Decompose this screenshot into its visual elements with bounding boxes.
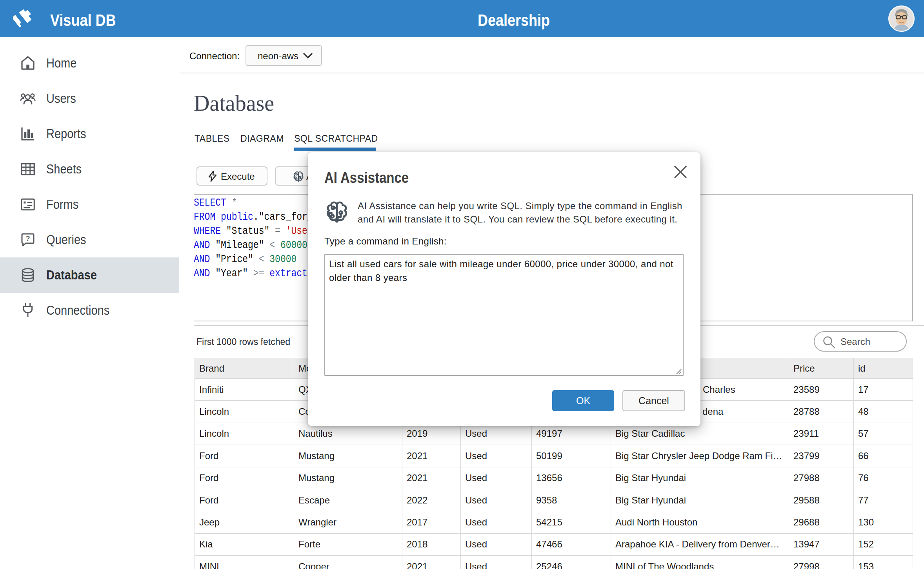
svg-text:?: ? bbox=[26, 235, 30, 243]
